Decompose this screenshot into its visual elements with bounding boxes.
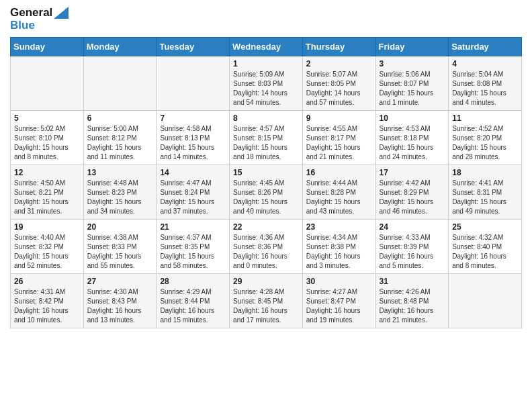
calendar-cell: 7Sunrise: 4:58 AM Sunset: 8:13 PM Daylig… [157,111,230,165]
day-info: Sunrise: 4:55 AM Sunset: 8:17 PM Dayligh… [306,124,372,162]
day-info: Sunrise: 4:38 AM Sunset: 8:33 PM Dayligh… [87,233,153,271]
day-number: 13 [87,168,153,177]
day-info: Sunrise: 4:48 AM Sunset: 8:23 PM Dayligh… [87,179,153,216]
logo-triangle-icon [54,7,69,19]
header-cell-tuesday: Tuesday [157,38,230,56]
day-number: 24 [380,222,445,232]
day-info: Sunrise: 4:33 AM Sunset: 8:39 PM Dayligh… [380,233,445,271]
calendar-week-3: 12Sunrise: 4:50 AM Sunset: 8:21 PM Dayli… [11,165,522,220]
day-info: Sunrise: 5:00 AM Sunset: 8:12 PM Dayligh… [87,124,153,162]
calendar-cell: 9Sunrise: 4:55 AM Sunset: 8:17 PM Daylig… [302,111,375,165]
day-info: Sunrise: 4:26 AM Sunset: 8:48 PM Dayligh… [380,287,445,325]
calendar-header-row: SundayMondayTuesdayWednesdayThursdayFrid… [11,38,522,56]
day-number: 20 [87,222,153,232]
day-info: Sunrise: 4:42 AM Sunset: 8:29 PM Dayligh… [380,179,445,216]
calendar-cell [449,274,522,328]
day-number: 14 [160,168,226,177]
calendar-cell [83,56,157,111]
calendar-cell: 29Sunrise: 4:28 AM Sunset: 8:45 PM Dayli… [230,274,303,328]
calendar-cell [11,56,84,111]
day-number: 6 [87,113,153,123]
calendar-cell: 5Sunrise: 5:02 AM Sunset: 8:10 PM Daylig… [11,111,84,165]
header-cell-saturday: Saturday [449,38,522,56]
page-header: General Blue [10,7,522,32]
day-number: 30 [306,277,372,286]
calendar-cell: 21Sunrise: 4:37 AM Sunset: 8:35 PM Dayli… [157,220,230,274]
calendar-cell: 10Sunrise: 4:53 AM Sunset: 8:18 PM Dayli… [375,111,449,165]
calendar-cell: 12Sunrise: 4:50 AM Sunset: 8:21 PM Dayli… [11,165,84,220]
calendar-cell: 19Sunrise: 4:40 AM Sunset: 8:32 PM Dayli… [11,220,84,274]
day-number: 18 [452,168,518,177]
header-cell-wednesday: Wednesday [230,38,303,56]
day-info: Sunrise: 4:45 AM Sunset: 8:26 PM Dayligh… [233,179,299,216]
calendar-cell: 1Sunrise: 5:09 AM Sunset: 8:03 PM Daylig… [230,56,303,111]
calendar-cell: 26Sunrise: 4:31 AM Sunset: 8:42 PM Dayli… [11,274,84,328]
day-info: Sunrise: 4:53 AM Sunset: 8:18 PM Dayligh… [380,124,445,162]
header-cell-friday: Friday [375,38,449,56]
calendar-body: 1Sunrise: 5:09 AM Sunset: 8:03 PM Daylig… [11,56,522,328]
day-info: Sunrise: 4:27 AM Sunset: 8:47 PM Dayligh… [306,287,372,325]
calendar-cell: 17Sunrise: 4:42 AM Sunset: 8:29 PM Dayli… [375,165,449,220]
day-number: 9 [306,113,372,123]
day-info: Sunrise: 4:41 AM Sunset: 8:31 PM Dayligh… [452,179,518,216]
day-number: 4 [452,59,518,68]
day-number: 25 [452,222,518,232]
day-number: 8 [233,113,299,123]
calendar-cell: 14Sunrise: 4:47 AM Sunset: 8:24 PM Dayli… [157,165,230,220]
day-number: 28 [160,277,226,286]
calendar-cell: 23Sunrise: 4:34 AM Sunset: 8:38 PM Dayli… [302,220,375,274]
header-cell-sunday: Sunday [11,38,84,56]
logo: General Blue [10,7,69,32]
calendar-cell: 2Sunrise: 5:07 AM Sunset: 8:05 PM Daylig… [302,56,375,111]
day-info: Sunrise: 4:36 AM Sunset: 8:36 PM Dayligh… [233,233,299,271]
calendar-cell: 6Sunrise: 5:00 AM Sunset: 8:12 PM Daylig… [83,111,157,165]
day-info: Sunrise: 5:02 AM Sunset: 8:10 PM Dayligh… [14,124,80,162]
day-info: Sunrise: 4:37 AM Sunset: 8:35 PM Dayligh… [160,233,226,271]
day-number: 21 [160,222,226,232]
day-info: Sunrise: 5:06 AM Sunset: 8:07 PM Dayligh… [380,70,445,107]
calendar-cell: 31Sunrise: 4:26 AM Sunset: 8:48 PM Dayli… [375,274,449,328]
logo-container: General Blue [10,7,69,32]
day-number: 31 [380,277,445,286]
calendar-cell: 16Sunrise: 4:44 AM Sunset: 8:28 PM Dayli… [302,165,375,220]
day-number: 23 [306,222,372,232]
day-info: Sunrise: 4:29 AM Sunset: 8:44 PM Dayligh… [160,287,226,325]
day-info: Sunrise: 4:32 AM Sunset: 8:40 PM Dayligh… [452,233,518,271]
day-info: Sunrise: 4:50 AM Sunset: 8:21 PM Dayligh… [14,179,80,216]
day-info: Sunrise: 5:04 AM Sunset: 8:08 PM Dayligh… [452,70,518,107]
calendar-cell: 13Sunrise: 4:48 AM Sunset: 8:23 PM Dayli… [83,165,157,220]
calendar-week-1: 1Sunrise: 5:09 AM Sunset: 8:03 PM Daylig… [11,56,522,111]
day-number: 7 [160,113,226,123]
calendar-week-5: 26Sunrise: 4:31 AM Sunset: 8:42 PM Dayli… [11,274,522,328]
calendar-cell: 15Sunrise: 4:45 AM Sunset: 8:26 PM Dayli… [230,165,303,220]
day-info: Sunrise: 4:52 AM Sunset: 8:20 PM Dayligh… [452,124,518,162]
calendar-cell: 3Sunrise: 5:06 AM Sunset: 8:07 PM Daylig… [375,56,449,111]
calendar-cell: 27Sunrise: 4:30 AM Sunset: 8:43 PM Dayli… [83,274,157,328]
calendar-cell: 22Sunrise: 4:36 AM Sunset: 8:36 PM Dayli… [230,220,303,274]
header-cell-monday: Monday [83,38,157,56]
header-cell-thursday: Thursday [302,38,375,56]
day-info: Sunrise: 4:30 AM Sunset: 8:43 PM Dayligh… [87,287,153,325]
day-number: 12 [14,168,80,177]
day-number: 22 [233,222,299,232]
day-info: Sunrise: 4:58 AM Sunset: 8:13 PM Dayligh… [160,124,226,162]
day-number: 29 [233,277,299,286]
day-number: 10 [380,113,445,123]
day-number: 26 [14,277,80,286]
calendar-cell: 18Sunrise: 4:41 AM Sunset: 8:31 PM Dayli… [449,165,522,220]
calendar-week-2: 5Sunrise: 5:02 AM Sunset: 8:10 PM Daylig… [11,111,522,165]
day-number: 3 [380,59,445,68]
calendar-cell: 30Sunrise: 4:27 AM Sunset: 8:47 PM Dayli… [302,274,375,328]
day-number: 11 [452,113,518,123]
calendar-cell: 25Sunrise: 4:32 AM Sunset: 8:40 PM Dayli… [449,220,522,274]
calendar-cell [157,56,230,111]
day-info: Sunrise: 4:47 AM Sunset: 8:24 PM Dayligh… [160,179,226,216]
calendar-cell: 11Sunrise: 4:52 AM Sunset: 8:20 PM Dayli… [449,111,522,165]
day-info: Sunrise: 4:44 AM Sunset: 8:28 PM Dayligh… [306,179,372,216]
calendar-cell: 8Sunrise: 4:57 AM Sunset: 8:15 PM Daylig… [230,111,303,165]
day-info: Sunrise: 4:31 AM Sunset: 8:42 PM Dayligh… [14,287,80,325]
calendar-cell: 20Sunrise: 4:38 AM Sunset: 8:33 PM Dayli… [83,220,157,274]
day-number: 15 [233,168,299,177]
logo-text-blue: Blue [10,19,35,32]
calendar-cell: 4Sunrise: 5:04 AM Sunset: 8:08 PM Daylig… [449,56,522,111]
